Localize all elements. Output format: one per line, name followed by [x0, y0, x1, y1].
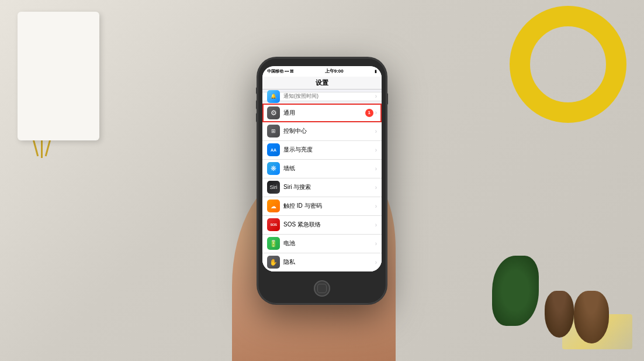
general-chevron-icon: › — [375, 109, 377, 116]
partial-icon: 🔔 — [267, 90, 280, 103]
siri-icon: Siri — [267, 181, 280, 194]
privacy-right: › — [375, 259, 377, 266]
settings-item-battery[interactable]: 🔋 电池 › — [262, 235, 382, 253]
status-right: ▮ — [375, 69, 377, 74]
siri-icon-symbol: Siri — [270, 184, 278, 190]
bg-yellow-ring — [510, 6, 626, 123]
control-center-icon-symbol: ⊞ — [271, 128, 276, 134]
control-center-label: 控制中心 — [283, 127, 375, 135]
status-left: 中国移动 ▪▪▪ 𝌢 — [267, 68, 293, 74]
general-item-right: 1 › — [365, 109, 377, 117]
control-center-right: › — [375, 128, 377, 135]
wallpaper-label: 墙纸 — [283, 164, 375, 173]
general-badge: 1 — [365, 109, 373, 117]
display-right: › — [375, 147, 377, 153]
settings-item-siri[interactable]: Siri Siri 与搜索 › — [262, 178, 382, 197]
status-bar: 中国移动 ▪▪▪ 𝌢 上午9:00 ▮ — [262, 66, 382, 77]
power-button — [386, 93, 388, 105]
partial-item-right: › — [375, 93, 377, 99]
settings-item-sos[interactable]: SOS SOS 紧急联络 › — [262, 216, 382, 235]
general-label: 通用 — [283, 109, 365, 117]
siri-chevron-icon: › — [375, 184, 377, 191]
siri-label: Siri 与搜索 — [283, 183, 375, 191]
settings-item-touch-id[interactable]: ☁ 触控 ID 与密码 › — [262, 197, 382, 216]
touch-id-icon: ☁ — [267, 200, 280, 212]
wifi-icon: 𝌢 — [290, 69, 293, 74]
privacy-label: 隐私 — [283, 258, 375, 266]
settings-item-display[interactable]: AA 显示与亮度 › — [262, 141, 382, 160]
general-icon-symbol: ⚙ — [271, 109, 277, 117]
chevron-icon: › — [375, 93, 377, 99]
bg-pinecone-2 — [574, 291, 609, 343]
sos-icon-symbol: SOS — [270, 223, 276, 226]
sos-chevron-icon: › — [375, 222, 377, 228]
settings-item-partial[interactable]: 🔔 通知(按照时间) › — [262, 92, 382, 101]
sos-right: › — [375, 222, 377, 228]
screen-content: 中国移动 ▪▪▪ 𝌢 上午9:00 ▮ 设置 — [262, 66, 382, 271]
volume-up-button — [256, 100, 258, 109]
battery-right: › — [375, 240, 377, 247]
mute-button — [256, 87, 258, 94]
display-icon-symbol: AA — [271, 148, 276, 152]
settings-item-control-center[interactable]: ⊞ 控制中心 › — [262, 122, 382, 141]
sos-icon: SOS — [267, 218, 280, 231]
settings-item-wallpaper[interactable]: ❋ 墙纸 › — [262, 160, 382, 178]
bg-decoration-container — [18, 12, 99, 140]
touch-id-icon-symbol: ☁ — [271, 203, 276, 209]
home-button[interactable] — [314, 280, 330, 297]
battery-icon-symbol: 🔋 — [269, 240, 278, 247]
privacy-chevron-icon: › — [375, 259, 377, 266]
signal-icon: ▪▪▪ — [285, 69, 289, 73]
display-chevron-icon: › — [375, 147, 377, 153]
privacy-icon-symbol: ✋ — [269, 259, 278, 266]
section-partial: 🔔 通知(按照时间) › — [262, 92, 382, 101]
volume-down-button — [256, 113, 258, 122]
partial-icon-symbol: 🔔 — [271, 94, 276, 99]
touch-id-label: 触控 ID 与密码 — [283, 202, 375, 210]
battery-icon: 🔋 — [267, 237, 280, 250]
phone-device: 中国移动 ▪▪▪ 𝌢 上午9:00 ▮ 设置 — [258, 58, 386, 304]
battery-label: 电池 — [283, 239, 375, 247]
bg-green-branch — [492, 256, 539, 326]
bg-pinecone-1 — [545, 291, 574, 338]
display-label: 显示与亮度 — [283, 146, 375, 154]
touch-id-right: › — [375, 203, 377, 209]
status-time: 上午9:00 — [325, 68, 344, 74]
partial-item-label: 通知(按照时间) — [283, 92, 375, 100]
nav-title: 设置 — [316, 78, 328, 87]
control-center-icon: ⊞ — [267, 125, 280, 137]
touch-id-chevron-icon: › — [375, 203, 377, 209]
phone-screen: 中国移动 ▪▪▪ 𝌢 上午9:00 ▮ 设置 — [262, 66, 382, 271]
wallpaper-icon: ❋ — [267, 162, 280, 175]
wallpaper-chevron-icon: › — [375, 166, 377, 172]
battery-chevron-icon: › — [375, 240, 377, 247]
settings-item-privacy[interactable]: ✋ 隐私 › — [262, 253, 382, 271]
home-button-inner — [317, 284, 327, 293]
general-icon: ⚙ — [267, 106, 280, 119]
wallpaper-icon-symbol: ❋ — [271, 164, 276, 173]
carrier-text: 中国移动 — [267, 68, 283, 74]
control-center-chevron-icon: › — [375, 128, 377, 135]
navigation-bar: 设置 — [262, 77, 382, 90]
section-main: ⚙ 通用 1 › — [262, 104, 382, 271]
general-badge-count: 1 — [368, 110, 370, 115]
privacy-icon: ✋ — [267, 256, 280, 269]
siri-right: › — [375, 184, 377, 191]
display-icon: AA — [267, 143, 280, 156]
battery-icon: ▮ — [375, 69, 377, 74]
sos-label: SOS 紧急联络 — [283, 221, 375, 229]
settings-list: 🔔 通知(按照时间) › ⚙ — [262, 90, 382, 271]
wallpaper-right: › — [375, 166, 377, 172]
settings-item-general[interactable]: ⚙ 通用 1 › — [262, 104, 382, 122]
